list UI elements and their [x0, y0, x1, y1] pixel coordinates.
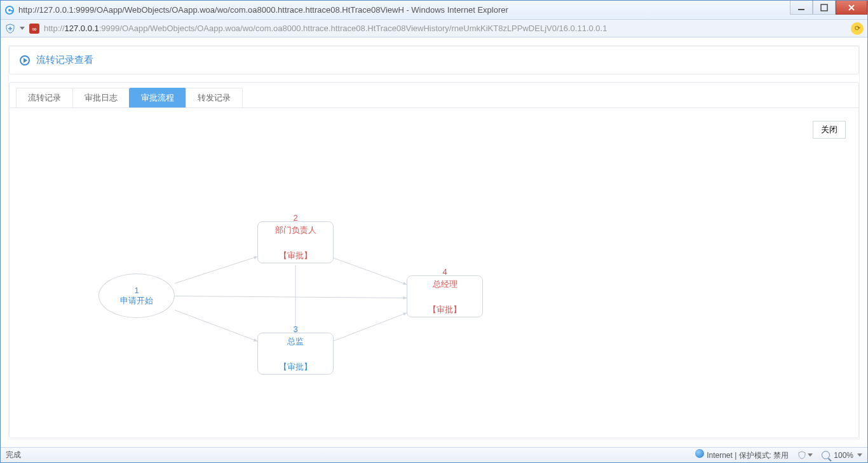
panel-header: 流转记录查看 [9, 46, 859, 74]
tab-1[interactable]: 审批日志 [72, 88, 130, 107]
panel-title: 流转记录查看 [36, 54, 93, 66]
ie-icon [4, 5, 15, 15]
tab-3[interactable]: 转发记录 [186, 88, 243, 107]
security-zone[interactable]: Internet | 保护模式: 禁用 [695, 449, 789, 461]
close-button[interactable]: 关闭 [813, 121, 846, 139]
svg-line-13 [334, 258, 407, 285]
chevron-down-icon [808, 453, 813, 457]
address-bar: ∞ http://127.0.0.1:9999/OAapp/WebObjects… [1, 20, 867, 38]
shield-off-icon [797, 451, 806, 460]
flow-node-n1[interactable]: 1申请开始 [98, 273, 175, 318]
window-close-button[interactable] [836, 1, 867, 15]
flow-node-n3[interactable]: 3总监【审批】 [257, 324, 334, 375]
zoom-control[interactable]: 100% [822, 451, 862, 460]
compat-view-icon[interactable]: ⟳ [851, 22, 864, 35]
zoom-value: 100% [834, 451, 853, 460]
svg-line-9 [175, 310, 257, 342]
svg-rect-2 [821, 4, 827, 11]
svg-line-11 [175, 296, 407, 298]
svg-line-7 [175, 256, 257, 283]
security-shield-icon[interactable] [4, 23, 16, 34]
tab-bar: 流转记录审批日志审批流程转发记录 [10, 83, 858, 108]
chevron-down-icon [857, 453, 862, 457]
window-maximize-button[interactable] [813, 1, 836, 15]
tab-drop-icon[interactable] [20, 27, 25, 30]
page-viewport: 流转记录查看 流转记录审批日志审批流程转发记录 关闭 1申请开始2部门负责人【审… [1, 38, 867, 447]
status-bar: 完成 Internet | 保护模式: 禁用 100% [1, 447, 867, 462]
window-title: http://127.0.0.1:9999/OAapp/WebObjects/O… [18, 5, 508, 15]
svg-line-15 [334, 313, 407, 341]
play-circle-icon [20, 55, 30, 66]
site-favicon: ∞ [29, 23, 40, 34]
protected-mode-controls[interactable] [797, 451, 813, 460]
status-text: 完成 [6, 450, 21, 460]
tab-0[interactable]: 流转记录 [16, 88, 73, 107]
panel-body: 流转记录审批日志审批流程转发记录 关闭 1申请开始2部门负责人【审批】3总监【审… [9, 82, 859, 438]
magnifier-icon [822, 451, 830, 459]
flow-node-n2[interactable]: 2部门负责人【审批】 [257, 213, 334, 263]
svg-rect-1 [798, 9, 804, 10]
address-url[interactable]: http://127.0.0.1:9999/OAapp/WebObjects/O… [44, 24, 847, 33]
svg-text:∞: ∞ [32, 25, 36, 32]
globe-icon [695, 449, 704, 458]
window-titlebar: http://127.0.0.1:9999/OAapp/WebObjects/O… [1, 1, 867, 20]
window-minimize-button[interactable] [790, 1, 813, 15]
flow-node-n4[interactable]: 4总经理【审批】 [407, 267, 483, 317]
flow-canvas: 1申请开始2部门负责人【审批】3总监【审批】4总经理【审批】 [10, 140, 858, 438]
tab-2[interactable]: 审批流程 [129, 88, 186, 107]
